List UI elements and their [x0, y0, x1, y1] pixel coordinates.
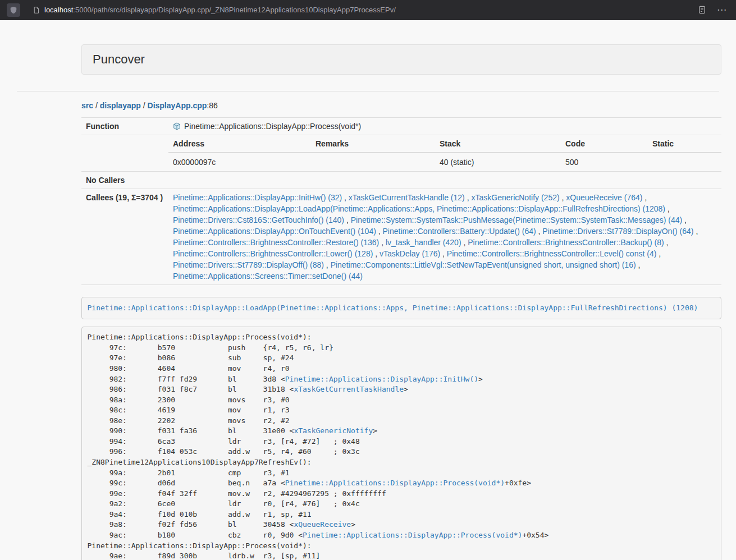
symbol-cube-icon [173, 122, 181, 130]
disassembly-symbol-link[interactable]: xTaskGenericNotify [294, 426, 373, 435]
disassembly-symbol-link[interactable]: xTaskGetCurrentTaskHandle [294, 385, 404, 393]
callee-link[interactable]: Pinetime::Drivers::Cst816S::GetTouchInfo… [173, 215, 344, 224]
page-content: Puncover [81, 44, 721, 75]
callee-link[interactable]: Pinetime::System::SystemTask::PushMessag… [351, 215, 683, 224]
col-static: Static [648, 135, 721, 153]
disassembly-symbol-link[interactable]: Pinetime::Applications::DisplayApp::Init… [285, 375, 478, 383]
disassembly-symbol-link[interactable]: xQueueReceive [294, 520, 351, 529]
function-name: Pinetime::Applications::DisplayApp::Proc… [184, 122, 361, 131]
url-host: localhost [44, 6, 73, 14]
callee-link[interactable]: lv_task_handler (420) [386, 238, 461, 247]
no-callers-row: No Callers [81, 172, 721, 189]
url-bar[interactable]: localhost:5000/path/src/displayapp/Displ… [28, 2, 689, 18]
stack-value: 40 (static) [435, 153, 561, 171]
address-value: 0x0000097c [168, 153, 311, 171]
callee-link[interactable]: Pinetime::Controllers::BrightnessControl… [173, 238, 379, 247]
col-stack: Stack [435, 135, 561, 153]
app-header-panel: Puncover [81, 44, 721, 75]
col-code: Code [561, 135, 648, 153]
disassembly-code: Pinetime::Applications::DisplayApp::Proc… [81, 327, 721, 560]
function-row: Function Pinetime::Applications::Display… [81, 118, 721, 135]
shield-glyph [10, 6, 17, 14]
selected-symbol-box: Pinetime::Applications::DisplayApp::Load… [81, 297, 721, 319]
remarks-value [311, 153, 435, 171]
no-callers-label: No Callers [81, 172, 168, 189]
more-options-icon[interactable]: ⋯ [715, 3, 729, 17]
disassembly-symbol-link[interactable]: Pinetime::Applications::DisplayApp::Proc… [303, 531, 522, 539]
page-info-icon[interactable] [33, 6, 40, 14]
page-title: Puncover [93, 53, 710, 66]
callee-link[interactable]: Pinetime::Applications::DisplayApp::Init… [173, 193, 342, 202]
shield-icon[interactable] [7, 3, 20, 17]
callee-link[interactable]: xTaskGetCurrentTaskHandle (12) [349, 193, 465, 202]
reader-view-icon[interactable] [694, 3, 709, 17]
breadcrumb-line-number: :86 [207, 101, 217, 110]
col-remarks: Remarks [311, 135, 435, 153]
callee-link[interactable]: Pinetime::Applications::DisplayApp::OnTo… [173, 227, 376, 236]
callees-row: Callees (19, Σ=3704 ) Pinetime::Applicat… [81, 189, 721, 285]
toolbar-actions: ⋯ [694, 3, 729, 17]
callee-link[interactable]: Pinetime::Drivers::St7789::DisplayOn() (… [542, 227, 693, 236]
browser-toolbar: localhost:5000/path/src/displayapp/Displ… [0, 0, 736, 20]
callee-link[interactable]: Pinetime::Controllers::Battery::Update()… [383, 227, 536, 236]
col-address: Address [168, 135, 311, 153]
metrics-row: Address Remarks Stack Code Static 0x0000… [81, 135, 721, 172]
metrics-cell: Address Remarks Stack Code Static 0x0000… [168, 135, 721, 172]
metrics-value-row: 0x0000097c 40 (static) 500 [168, 153, 721, 171]
callee-link[interactable]: Pinetime::Controllers::BrightnessControl… [468, 238, 664, 247]
callee-link[interactable]: xTaskGenericNotify (252) [471, 193, 559, 202]
breadcrumb-link[interactable]: DisplayApp.cpp [148, 101, 207, 110]
callee-link[interactable]: Pinetime::Components::LittleVgl::SetNewT… [331, 260, 636, 269]
callee-link[interactable]: Pinetime::Controllers::BrightnessControl… [447, 249, 656, 258]
url-path: :5000/path/src/displayapp/DisplayApp.cpp… [73, 6, 396, 14]
divider [17, 91, 719, 91]
callee-link[interactable]: Pinetime::Applications::Screens::Timer::… [173, 272, 363, 281]
callee-link[interactable]: vTaskDelay (176) [380, 249, 440, 258]
callee-link[interactable]: xQueueReceive (764) [566, 193, 642, 202]
metrics-label-spacer [81, 135, 168, 172]
breadcrumb: src / displayapp / DisplayApp.cpp:86 [81, 101, 721, 110]
main-content: src / displayapp / DisplayApp.cpp:86 Fun… [81, 101, 721, 560]
metrics-table: Address Remarks Stack Code Static 0x0000… [168, 135, 721, 171]
function-name-cell: Pinetime::Applications::DisplayApp::Proc… [168, 118, 721, 135]
selected-symbol-link[interactable]: Pinetime::Applications::DisplayApp::Load… [88, 304, 698, 312]
static-value [648, 153, 721, 171]
breadcrumb-link[interactable]: src [81, 101, 93, 110]
disassembly-symbol-link[interactable]: Pinetime::Applications::DisplayApp::Proc… [285, 479, 505, 487]
code-value: 500 [561, 153, 648, 171]
callees-label: Callees (19, Σ=3704 ) [81, 189, 168, 285]
callee-link[interactable]: Pinetime::Controllers::BrightnessControl… [173, 249, 373, 258]
breadcrumb-link[interactable]: displayapp [100, 101, 141, 110]
callees-list: Pinetime::Applications::DisplayApp::Init… [168, 189, 721, 285]
callee-link[interactable]: Pinetime::Applications::DisplayApp::Load… [173, 204, 665, 213]
no-callers-cell [168, 172, 721, 189]
metrics-header-row: Address Remarks Stack Code Static [168, 135, 721, 153]
function-label: Function [81, 118, 168, 135]
callee-link[interactable]: Pinetime::Drivers::St7789::DisplayOff() … [173, 260, 324, 269]
function-table: Function Pinetime::Applications::Display… [81, 117, 721, 285]
